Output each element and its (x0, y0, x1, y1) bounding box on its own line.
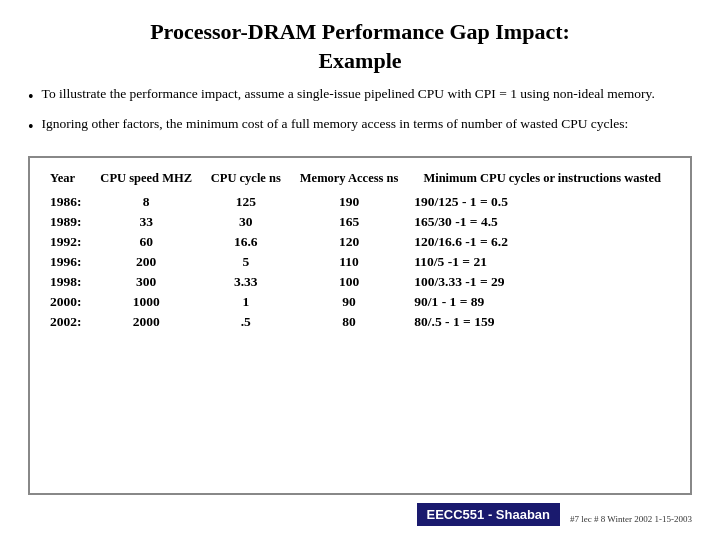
slide-title: Processor-DRAM Performance Gap Impact: E… (28, 18, 692, 75)
cell-year-3: 1996: (44, 252, 91, 272)
table-row: 1986: 8 125 190 190/125 - 1 = 0.5 (44, 192, 676, 212)
cell-result-3: 110/5 -1 = 21 (408, 252, 676, 272)
col-header-year: Year (44, 168, 91, 192)
footnote: #7 lec # 8 Winter 2002 1-15-2003 (570, 514, 692, 524)
cell-cpu-speed-5: 1000 (91, 292, 202, 312)
cell-year-2: 1992: (44, 232, 91, 252)
cell-memory-access-0: 190 (290, 192, 409, 212)
cell-year-6: 2002: (44, 312, 91, 332)
table-row: 1989: 33 30 165 165/30 -1 = 4.5 (44, 212, 676, 232)
title-line1: Processor-DRAM Performance Gap Impact: (150, 19, 570, 44)
cell-year-5: 2000: (44, 292, 91, 312)
bullet-dot-1: • (28, 86, 34, 108)
cell-cpu-cycle-0: 125 (202, 192, 290, 212)
cell-memory-access-6: 80 (290, 312, 409, 332)
cell-result-0: 190/125 - 1 = 0.5 (408, 192, 676, 212)
col-header-memory-access: Memory Access ns (290, 168, 409, 192)
cell-result-5: 90/1 - 1 = 89 (408, 292, 676, 312)
col-header-minimum-cpu: Minimum CPU cycles or instructions waste… (408, 168, 676, 192)
cell-cpu-cycle-1: 30 (202, 212, 290, 232)
badge: EECC551 - Shaaban (417, 503, 561, 526)
table-row: 1996: 200 5 110 110/5 -1 = 21 (44, 252, 676, 272)
table-row: 2002: 2000 .5 80 80/.5 - 1 = 159 (44, 312, 676, 332)
cell-cpu-speed-4: 300 (91, 272, 202, 292)
cell-cpu-speed-6: 2000 (91, 312, 202, 332)
bullet-item-2: • Ignoring other factors, the minimum co… (28, 115, 692, 138)
cell-result-1: 165/30 -1 = 4.5 (408, 212, 676, 232)
cell-result-6: 80/.5 - 1 = 159 (408, 312, 676, 332)
bullet-item-1: • To illustrate the performance impact, … (28, 85, 692, 108)
cell-memory-access-1: 165 (290, 212, 409, 232)
cell-memory-access-3: 110 (290, 252, 409, 272)
cell-cpu-cycle-5: 1 (202, 292, 290, 312)
bullet-dot-2: • (28, 116, 34, 138)
title-line2: Example (318, 48, 401, 73)
cell-memory-access-5: 90 (290, 292, 409, 312)
cell-cpu-speed-2: 60 (91, 232, 202, 252)
bullet-text-1: To illustrate the performance impact, as… (42, 85, 655, 104)
cell-result-2: 120/16.6 -1 = 6.2 (408, 232, 676, 252)
bullet-list: • To illustrate the performance impact, … (28, 85, 692, 144)
cell-memory-access-2: 120 (290, 232, 409, 252)
cell-year-0: 1986: (44, 192, 91, 212)
cell-year-4: 1998: (44, 272, 91, 292)
cell-cpu-speed-0: 8 (91, 192, 202, 212)
cell-cpu-cycle-6: .5 (202, 312, 290, 332)
bullet-text-2: Ignoring other factors, the minimum cost… (42, 115, 629, 134)
data-table: Year CPU speed MHZ CPU cycle ns Memory A… (44, 168, 676, 332)
col-header-cpu-speed: CPU speed MHZ (91, 168, 202, 192)
data-table-container: Year CPU speed MHZ CPU cycle ns Memory A… (28, 156, 692, 495)
table-row: 1992: 60 16.6 120 120/16.6 -1 = 6.2 (44, 232, 676, 252)
cell-cpu-cycle-4: 3.33 (202, 272, 290, 292)
footer: EECC551 - Shaaban #7 lec # 8 Winter 2002… (28, 503, 692, 526)
cell-cpu-cycle-2: 16.6 (202, 232, 290, 252)
cell-year-1: 1989: (44, 212, 91, 232)
slide: Processor-DRAM Performance Gap Impact: E… (0, 0, 720, 540)
table-row: 2000: 1000 1 90 90/1 - 1 = 89 (44, 292, 676, 312)
table-row: 1998: 300 3.33 100 100/3.33 -1 = 29 (44, 272, 676, 292)
cell-result-4: 100/3.33 -1 = 29 (408, 272, 676, 292)
cell-cpu-cycle-3: 5 (202, 252, 290, 272)
cell-cpu-speed-3: 200 (91, 252, 202, 272)
cell-memory-access-4: 100 (290, 272, 409, 292)
cell-cpu-speed-1: 33 (91, 212, 202, 232)
col-header-cpu-cycle: CPU cycle ns (202, 168, 290, 192)
